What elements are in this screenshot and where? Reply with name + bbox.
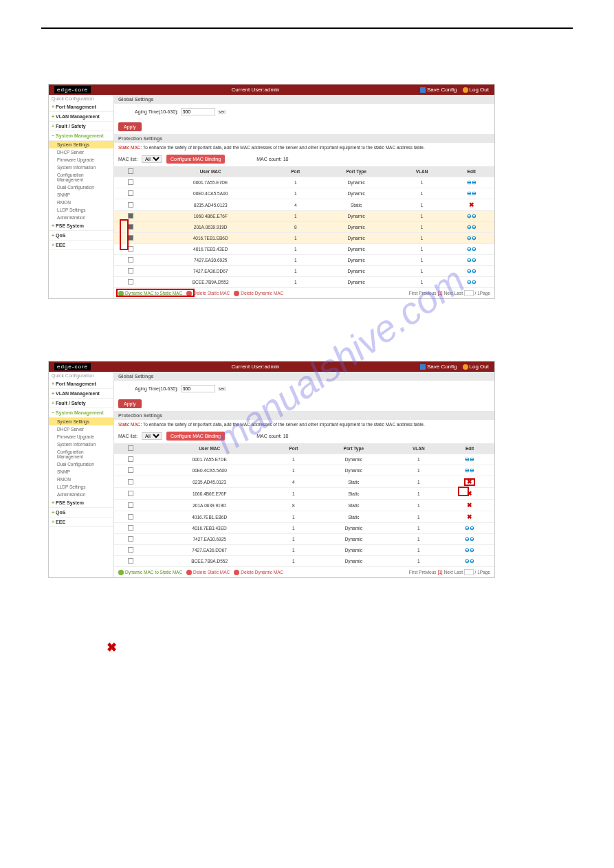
cfg-binding-button[interactable]: Configure MAC Binding (166, 432, 225, 441)
sidebar-system-mgmt[interactable]: −System Management (49, 408, 113, 418)
pager-last[interactable]: Last (454, 291, 463, 296)
sidebar-sysinfo[interactable]: System Information (49, 441, 113, 448)
pager-last[interactable]: Last (454, 570, 463, 575)
checkbox-all[interactable] (128, 168, 133, 174)
sidebar-port-mgmt[interactable]: +Port Management (49, 379, 113, 389)
link-icon[interactable]: ⊖⊖ (465, 536, 474, 542)
sidebar-port-mgmt[interactable]: +Port Management (49, 102, 113, 112)
row-checkbox[interactable] (128, 479, 133, 485)
sidebar-cfg-mgmt[interactable]: Configuration Management (49, 448, 113, 460)
link-icon[interactable]: ⊖⊖ (465, 525, 474, 531)
link-icon[interactable]: ⊖⊖ (467, 246, 476, 252)
sidebar-eee[interactable]: +EEE (49, 241, 113, 250)
sidebar-qos[interactable]: +QoS (49, 508, 113, 518)
link-icon[interactable]: ⊖⊖ (465, 547, 474, 553)
sidebar-qos[interactable]: +QoS (49, 231, 113, 241)
link-icon[interactable]: ⊖⊖ (467, 179, 476, 186)
link-icon[interactable]: ⊖⊖ (465, 558, 474, 564)
pager-goto[interactable] (464, 569, 474, 575)
delete-icon[interactable]: ✖ (467, 513, 472, 520)
del-static-link[interactable]: Delete Static MAC (186, 570, 230, 575)
row-checkbox[interactable] (128, 547, 133, 553)
sidebar-firmware[interactable]: Firmware Upgrade (49, 433, 113, 441)
pager-goto[interactable] (464, 290, 474, 296)
delete-icon[interactable]: ✖ (469, 201, 474, 208)
sidebar-system-settings[interactable]: System Settings (49, 141, 113, 148)
aging-input[interactable] (181, 385, 215, 392)
sidebar-vlan-mgmt[interactable]: +VLAN Management (49, 112, 113, 122)
sidebar-admin[interactable]: Administration (49, 491, 113, 498)
sidebar-quick[interactable]: Quick Configuration (49, 372, 113, 379)
sidebar-system-settings[interactable]: System Settings (49, 418, 113, 425)
del-dynamic-link[interactable]: Delete Dynamic MAC (234, 291, 283, 296)
logout-link[interactable]: Log Out (463, 364, 489, 370)
pager-first[interactable]: First (409, 291, 418, 296)
sidebar-sysinfo[interactable]: System Information (49, 164, 113, 171)
sidebar-admin[interactable]: Administration (49, 214, 113, 221)
row-checkbox[interactable] (128, 525, 133, 531)
sidebar-pse[interactable]: +PSE System (49, 221, 113, 231)
row-checkbox[interactable] (128, 467, 133, 473)
sidebar-fault-safety[interactable]: +Fault / Safety (49, 122, 113, 131)
sidebar-snmp[interactable]: SNMP (49, 468, 113, 476)
sidebar-fault-safety[interactable]: +Fault / Safety (49, 399, 113, 408)
row-checkbox[interactable] (128, 558, 133, 564)
row-checkbox[interactable] (128, 502, 133, 508)
maclist-select[interactable]: All (142, 155, 162, 163)
row-checkbox[interactable] (128, 179, 133, 185)
sidebar-cfg-mgmt[interactable]: Configuration Management (49, 171, 113, 183)
row-checkbox[interactable] (128, 235, 133, 241)
row-checkbox[interactable] (128, 279, 133, 285)
sidebar-rmon[interactable]: RMON (49, 199, 113, 206)
pager-first[interactable]: First (409, 570, 418, 575)
pager-next[interactable]: Next (443, 570, 452, 575)
link-icon[interactable]: ⊖⊖ (467, 279, 476, 285)
link-icon[interactable]: ⊖⊖ (467, 268, 476, 274)
sidebar-eee[interactable]: +EEE (49, 518, 113, 527)
sidebar-quick[interactable]: Quick Configuration (49, 95, 113, 102)
row-checkbox[interactable] (128, 213, 133, 219)
pager-prev[interactable]: Previous (419, 570, 436, 575)
row-checkbox[interactable] (128, 514, 133, 520)
delete-icon[interactable]: ✖ (467, 502, 472, 509)
row-checkbox[interactable] (128, 536, 133, 542)
link-icon[interactable]: ⊖⊖ (467, 213, 476, 219)
row-checkbox[interactable] (128, 190, 133, 196)
row-checkbox[interactable] (128, 491, 133, 496)
dyn-to-static-link[interactable]: Dynamic MAC to Static MAC (118, 570, 182, 575)
sidebar-snmp[interactable]: SNMP (49, 191, 113, 199)
aging-input[interactable] (181, 108, 215, 115)
maclist-select[interactable]: All (142, 432, 162, 440)
pager-prev[interactable]: Previous (419, 291, 436, 296)
sidebar-rmon[interactable]: RMON (49, 476, 113, 483)
row-checkbox[interactable] (128, 224, 133, 230)
pager-next[interactable]: Next (443, 291, 452, 296)
cfg-binding-button[interactable]: Configure MAC Binding (166, 155, 225, 164)
logout-link[interactable]: Log Out (463, 87, 489, 93)
sidebar-vlan-mgmt[interactable]: +VLAN Management (49, 389, 113, 399)
apply-button[interactable]: Apply (118, 399, 142, 408)
sidebar-lldp[interactable]: LLDP Settings (49, 206, 113, 214)
sidebar-pse[interactable]: +PSE System (49, 498, 113, 508)
row-checkbox[interactable] (128, 202, 133, 208)
sidebar-lldp[interactable]: LLDP Settings (49, 483, 113, 491)
row-checkbox[interactable] (128, 456, 133, 462)
link-icon[interactable]: ⊖⊖ (465, 456, 474, 463)
delete-icon[interactable]: ✖ (467, 478, 472, 485)
del-dynamic-link[interactable]: Delete Dynamic MAC (234, 570, 283, 575)
save-config-link[interactable]: Save Config (420, 364, 457, 370)
link-icon[interactable]: ⊖⊖ (467, 257, 476, 263)
sidebar-dual-cfg[interactable]: Dual Configuration (49, 183, 113, 191)
apply-button[interactable]: Apply (118, 122, 142, 131)
sidebar-dhcp[interactable]: DHCP Server (49, 148, 113, 156)
row-checkbox[interactable] (128, 268, 133, 274)
row-checkbox[interactable] (128, 246, 133, 252)
link-icon[interactable]: ⊖⊖ (467, 190, 476, 197)
row-checkbox[interactable] (128, 257, 133, 263)
sidebar-system-mgmt[interactable]: −System Management (49, 131, 113, 141)
link-icon[interactable]: ⊖⊖ (465, 467, 474, 474)
sidebar-firmware[interactable]: Firmware Upgrade (49, 156, 113, 164)
save-config-link[interactable]: Save Config (420, 87, 457, 93)
checkbox-all[interactable] (128, 445, 133, 451)
link-icon[interactable]: ⊖⊖ (467, 224, 476, 230)
